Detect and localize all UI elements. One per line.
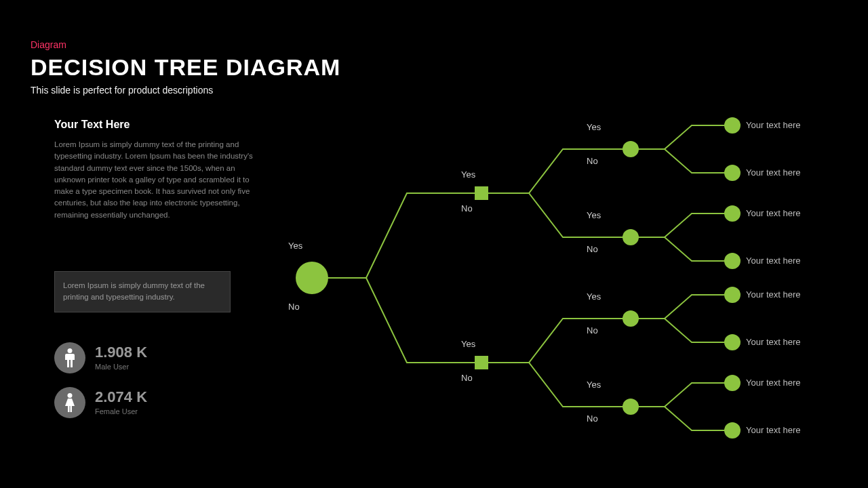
svg-point-5 <box>623 141 639 157</box>
l3-1-no: No <box>587 244 598 254</box>
leaf-3: Your text here <box>746 256 800 266</box>
svg-rect-3 <box>475 186 488 200</box>
leaf-4: Your text here <box>746 289 800 300</box>
leaf-2: Your text here <box>746 208 800 218</box>
l3-3-no: No <box>587 413 598 424</box>
l2-top-yes: Yes <box>461 169 475 180</box>
stats-group: 1.908 K Male User 2.074 K Female User <box>54 342 147 432</box>
stat-male: 1.908 K Male User <box>54 342 147 373</box>
l3-2-no: No <box>587 325 598 336</box>
svg-point-15 <box>724 375 741 391</box>
svg-point-7 <box>623 310 639 327</box>
female-icon <box>54 387 85 418</box>
leaf-1: Your text here <box>746 167 800 178</box>
l2-bot-no: No <box>461 373 473 383</box>
root-no: No <box>288 302 300 312</box>
decision-tree: Yes No Yes No Yes No Yes No Yes No Yes N… <box>271 105 854 471</box>
leaf-6: Your text here <box>746 378 800 388</box>
svg-point-11 <box>724 205 741 222</box>
male-icon <box>54 342 85 373</box>
svg-point-16 <box>724 422 741 439</box>
category-label: Diagram <box>31 39 66 50</box>
l2-bot-yes: Yes <box>461 339 475 349</box>
l3-0-no: No <box>587 156 598 166</box>
text-block-heading: Your Text Here <box>54 119 258 131</box>
l3-0-yes: Yes <box>587 122 601 132</box>
page-title: DECISION TREE DIAGRAM <box>31 54 340 81</box>
svg-point-1 <box>68 393 73 398</box>
callout-box: Lorem Ipsum is simply dummy text of the … <box>54 271 231 312</box>
text-block-body: Lorem Ipsum is simply dummy text of the … <box>54 139 258 221</box>
svg-point-2 <box>296 262 328 294</box>
svg-point-14 <box>724 334 741 350</box>
root-yes: Yes <box>288 241 302 251</box>
subtitle: This slide is perfect for product descri… <box>31 85 213 96</box>
svg-point-9 <box>724 117 741 134</box>
l3-1-yes: Yes <box>587 210 601 220</box>
svg-rect-4 <box>475 356 488 369</box>
svg-point-12 <box>724 253 741 269</box>
leaf-0: Your text here <box>746 120 800 130</box>
stat-female-value: 2.074 K <box>95 390 147 405</box>
leaf-5: Your text here <box>746 337 800 347</box>
l2-top-no: No <box>461 203 473 214</box>
leaf-7: Your text here <box>746 425 800 435</box>
stat-male-label: Male User <box>95 363 147 371</box>
l3-2-yes: Yes <box>587 291 601 302</box>
stat-female-label: Female User <box>95 407 147 415</box>
tree-svg <box>271 105 854 471</box>
text-block: Your Text Here Lorem Ipsum is simply dum… <box>54 119 258 221</box>
svg-point-0 <box>68 348 73 353</box>
stat-male-value: 1.908 K <box>95 345 147 360</box>
stat-female: 2.074 K Female User <box>54 387 147 418</box>
svg-point-6 <box>623 229 639 245</box>
svg-point-13 <box>724 287 741 303</box>
l3-3-yes: Yes <box>587 380 601 390</box>
svg-point-8 <box>623 399 639 415</box>
svg-point-10 <box>724 165 741 181</box>
